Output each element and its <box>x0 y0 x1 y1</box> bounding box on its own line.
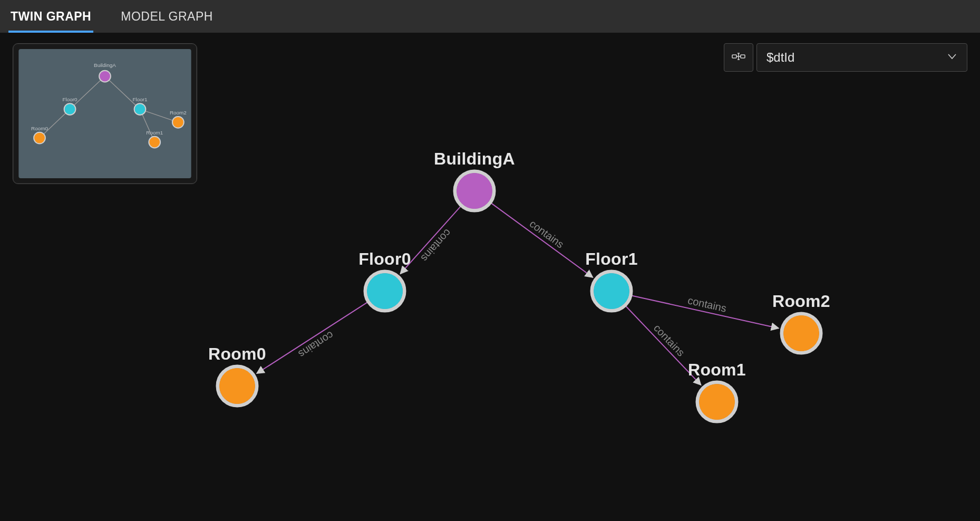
svg-point-21 <box>367 273 403 309</box>
node-label: Room1 <box>688 360 746 379</box>
node-label: Floor0 <box>358 249 411 268</box>
edge-Floor0-Room0[interactable] <box>257 303 367 374</box>
svg-point-25 <box>219 368 255 404</box>
node-Room0[interactable]: Room0 <box>208 344 266 406</box>
edge-label: contains <box>652 322 687 359</box>
node-label: Room2 <box>772 292 830 311</box>
tab-bar: TWIN GRAPH MODEL GRAPH <box>0 0 980 33</box>
svg-point-19 <box>457 173 492 209</box>
node-BuildingA[interactable]: BuildingA <box>434 149 515 210</box>
edge-BuildingA-Floor1[interactable] <box>491 204 593 277</box>
edge-label: contains <box>687 294 727 314</box>
node-Floor0[interactable]: Floor0 <box>358 249 411 311</box>
svg-point-29 <box>783 315 819 351</box>
tab-model-graph[interactable]: MODEL GRAPH <box>120 0 214 33</box>
svg-point-27 <box>699 384 735 420</box>
svg-point-23 <box>594 273 629 309</box>
node-Room2[interactable]: Room2 <box>772 292 830 353</box>
node-label: Room0 <box>208 344 266 363</box>
edge-label: contains <box>419 227 453 264</box>
app-root: TWIN GRAPH MODEL GRAPH BuildingA Floor0 <box>0 0 980 521</box>
node-label: BuildingA <box>434 149 515 168</box>
node-Room1[interactable]: Room1 <box>688 360 746 421</box>
graph-canvas[interactable]: BuildingA Floor0 Floor1 Room0 Room1 Room… <box>0 33 980 521</box>
node-label: Floor1 <box>585 249 638 268</box>
node-Floor1[interactable]: Floor1 <box>585 249 638 311</box>
graph-viewport[interactable]: containscontainscontainscontainscontains… <box>0 33 980 521</box>
tab-twin-graph[interactable]: TWIN GRAPH <box>9 0 92 33</box>
